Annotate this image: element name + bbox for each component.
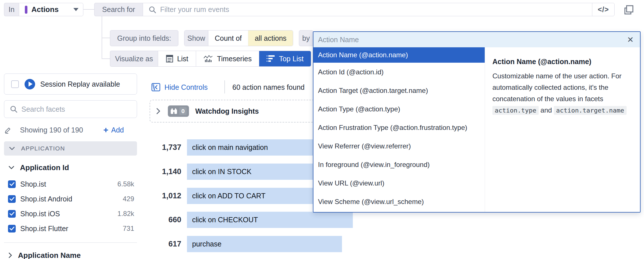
facet-application-name[interactable]: Application Name [4, 249, 137, 259]
query-syntax-button[interactable]: </> [592, 3, 614, 16]
bar[interactable]: purchase [187, 236, 342, 252]
facet-option[interactable]: In foreground (@view.in_foreground) [313, 155, 485, 174]
facet-option[interactable]: Action Target (@action.target.name) [313, 81, 485, 100]
count-of-select[interactable]: Count of [208, 30, 248, 46]
facet-dropdown-search[interactable]: ✕ [313, 32, 640, 47]
copy-icon[interactable] [624, 5, 634, 15]
code-snippet: action.type [492, 106, 539, 115]
tab-timeseries-label: Timeseries [217, 55, 251, 63]
show-label: Show [184, 30, 208, 46]
facet-value-count: 6.58k [117, 180, 134, 188]
code-snippet: action.target.name [554, 106, 626, 115]
results-count: 60 action names found [232, 83, 305, 91]
facet-option[interactable]: View Referrer (@view.referrer) [313, 137, 485, 155]
tab-list-label: List [177, 55, 188, 63]
facet-count-text: Showing 190 of 190 [20, 126, 83, 134]
hide-controls-label: Hide Controls [164, 83, 208, 91]
facet-option[interactable]: Action Id (@action.id) [313, 63, 485, 81]
facet-value-row[interactable]: Shop.ist iOS1.82k [4, 206, 137, 221]
facet-value-row[interactable]: Shop.ist6.58k [4, 177, 137, 191]
list-icon [166, 55, 173, 63]
tab-timeseries[interactable]: Timeseries [196, 51, 259, 66]
facet-dropdown-list: Action Name (@action.name)Action Id (@ac… [313, 47, 485, 212]
plus-icon: + [103, 126, 108, 134]
bar[interactable]: click on CHECKOUT [187, 212, 353, 228]
collapse-panel-icon [151, 83, 160, 91]
search-icon [149, 6, 156, 13]
group-by-facet-dropdown: ✕ Action Name (@action.name)Action Id (@… [313, 31, 641, 213]
divider [4, 242, 137, 243]
watchdog-label: Watchdog Insights [195, 107, 259, 115]
facet-value-list: Shop.ist6.58kShop.ist Android429Shop.ist… [4, 177, 137, 236]
top-list-icon [266, 55, 275, 63]
tab-top-list-label: Top List [279, 55, 303, 63]
chevron-down-icon [9, 166, 14, 170]
play-icon [25, 79, 35, 89]
connector-line [83, 9, 94, 10]
chevron-down-icon [73, 8, 79, 11]
visualization-switcher: List Timeseries Top List [158, 51, 311, 67]
facet-option[interactable]: Action Frustration Type (@action.frustra… [313, 118, 485, 137]
facet-option[interactable]: Action Name (@action.name) [313, 47, 485, 63]
checked-checkbox[interactable] [8, 210, 16, 218]
all-actions-select[interactable]: all actions [248, 30, 293, 46]
chevron-right-icon [156, 108, 160, 114]
show-control: Show Count of all actions [184, 30, 293, 46]
facet-value-row[interactable]: Shop.ist Flutter731 [4, 221, 137, 236]
close-icon[interactable]: ✕ [621, 35, 640, 44]
hide-controls-button[interactable]: Hide Controls [151, 82, 208, 92]
timeseries-icon [203, 55, 213, 63]
facet-value-label: Shop.ist Android [20, 195, 72, 203]
session-replay-filter[interactable]: Session Replay available [4, 74, 137, 95]
tab-list[interactable]: List [158, 51, 196, 66]
facet-summary-row: Showing 190 of 190 + Add [4, 124, 137, 136]
facet-dropdown-input[interactable] [313, 36, 621, 44]
binoculars-icon [170, 108, 178, 115]
connector-line [102, 38, 110, 38]
session-replay-checkbox[interactable] [11, 80, 19, 88]
checked-checkbox[interactable] [8, 180, 16, 188]
source-select-value: Actions [31, 5, 73, 14]
facet-value-count: 731 [123, 225, 134, 233]
tab-top-list[interactable]: Top List [259, 51, 311, 66]
add-facet-label: Add [111, 126, 124, 134]
source-select[interactable]: Actions [19, 3, 83, 16]
facet-option[interactable]: View URL (@view.url) [313, 174, 485, 192]
add-facet-button[interactable]: + Add [103, 126, 124, 134]
search-input[interactable] [160, 5, 592, 14]
facet-value-label: Shop.ist Flutter [20, 225, 68, 233]
in-label: In [4, 3, 19, 16]
facet-search-input[interactable] [21, 105, 137, 113]
facet-title: Application Id [20, 163, 69, 172]
checked-checkbox[interactable] [8, 195, 16, 203]
session-replay-label: Session Replay available [40, 80, 120, 88]
event-search-bar[interactable]: </> [143, 3, 615, 16]
facet-info-panel: Action Name (@action.name) Customizable … [485, 47, 640, 212]
watchdog-count: 0 [179, 107, 187, 115]
facet-value-label: Shop.ist iOS [20, 210, 60, 218]
facet-group-label: APPLICATION [21, 145, 65, 152]
by-label: by [299, 30, 313, 46]
watchdog-badge: 0 [168, 105, 189, 117]
facet-info-title: Action Name (@action.name) [492, 58, 633, 66]
facet-value-count: 429 [123, 195, 134, 203]
source-color-bar [25, 6, 27, 14]
chevron-down-icon [9, 147, 15, 150]
edit-pencil-icon[interactable] [4, 126, 12, 134]
chevron-right-icon [9, 252, 12, 258]
facet-info-description: Customizable name of the user action. Fo… [492, 70, 629, 116]
facet-search-bar[interactable] [4, 100, 137, 118]
search-icon [10, 105, 17, 113]
facet-group-application[interactable]: APPLICATION [4, 141, 137, 156]
connector-line [102, 58, 110, 59]
facet-title: Application Name [18, 251, 81, 259]
facet-option[interactable]: Action Type (@action.type) [313, 100, 485, 118]
checked-checkbox[interactable] [8, 225, 16, 233]
facet-option[interactable]: View Scheme (@view.url_scheme) [313, 192, 485, 211]
facet-value-row[interactable]: Shop.ist Android429 [4, 191, 137, 206]
group-into-fields-label: Group into fields: [110, 30, 178, 46]
search-for-label: Search for [94, 3, 143, 16]
divider [224, 80, 225, 93]
visualize-as-label: Visualize as [110, 51, 158, 67]
facet-application-id[interactable]: Application Id [4, 161, 137, 174]
